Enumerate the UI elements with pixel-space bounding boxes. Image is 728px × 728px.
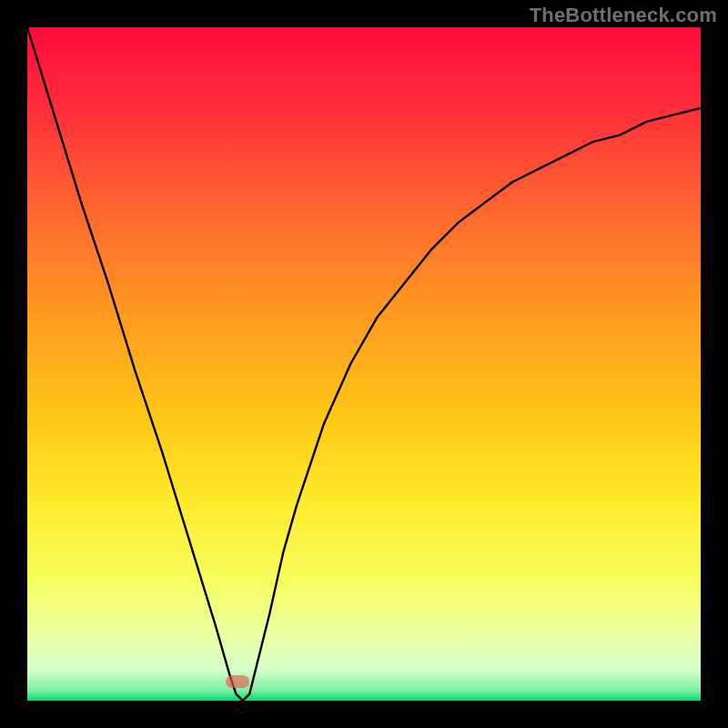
- watermark-text: TheBottleneck.com: [530, 4, 717, 27]
- plot-area: [27, 27, 701, 701]
- chart-frame: TheBottleneck.com: [0, 0, 728, 728]
- optimum-marker: [226, 675, 249, 688]
- bottleneck-curve: [27, 27, 701, 701]
